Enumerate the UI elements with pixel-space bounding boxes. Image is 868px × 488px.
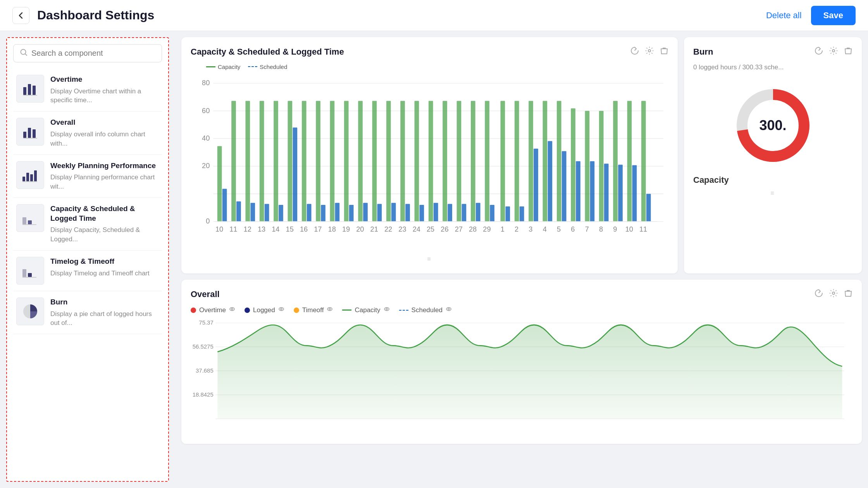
svg-text:18: 18 — [328, 225, 336, 233]
svg-point-130 — [832, 292, 835, 294]
capacity-card-header: Capacity & Scheduled & Logged Time — [191, 46, 668, 57]
burn-refresh-button[interactable] — [815, 46, 823, 57]
timelog-name: Timelog & Timeoff — [50, 257, 159, 266]
svg-rect-1 — [23, 87, 26, 95]
svg-rect-57 — [386, 101, 391, 221]
svg-rect-5 — [23, 132, 26, 138]
svg-text:17: 17 — [314, 225, 322, 233]
legend-logged-eye[interactable] — [278, 306, 284, 314]
burn-name: Burn — [50, 297, 159, 307]
sidebar-item-timelog[interactable]: Timelog & Timeoff Display Timelog and Ti… — [13, 251, 162, 291]
svg-rect-52 — [349, 205, 354, 222]
overall-card-title: Overall — [191, 289, 815, 299]
svg-text:11: 11 — [639, 225, 647, 233]
legend-scheduled-eye[interactable] — [446, 306, 452, 314]
svg-rect-65 — [443, 101, 447, 221]
burn-settings-button[interactable] — [829, 46, 838, 57]
svg-text:75.37: 75.37 — [199, 319, 213, 326]
svg-text:1: 1 — [501, 225, 505, 233]
overall-thumb — [16, 118, 44, 146]
legend-logged-label: Logged — [253, 306, 275, 314]
legend-overtime-dot — [191, 308, 196, 313]
svg-rect-49 — [330, 101, 335, 221]
save-button[interactable]: Save — [811, 6, 856, 25]
capacity-card-title: Capacity & Scheduled & Logged Time — [191, 47, 630, 57]
capacity-card-actions — [630, 46, 668, 57]
capacity-name: Capacity & Scheduled & Logged Time — [50, 204, 159, 223]
svg-rect-2 — [28, 84, 31, 95]
legend-scheduled-label: Scheduled — [412, 306, 443, 314]
svg-rect-53 — [358, 101, 363, 221]
svg-text:21: 21 — [370, 225, 378, 233]
sidebar-item-overall[interactable]: Overall Display overall info column char… — [13, 112, 162, 155]
svg-rect-60 — [405, 204, 410, 221]
svg-rect-17 — [22, 269, 26, 277]
dashboard-row-2: Overall — [181, 280, 862, 444]
svg-rect-34 — [222, 189, 227, 222]
capacity-settings-button[interactable] — [645, 46, 654, 57]
svg-text:2: 2 — [515, 225, 518, 233]
svg-rect-85 — [585, 111, 590, 222]
svg-text:20: 20 — [356, 225, 364, 233]
legend-capacity-eye[interactable] — [384, 306, 390, 314]
overtime-name: Overtime — [50, 75, 159, 84]
burn-resize-handle[interactable]: ≡ — [693, 188, 852, 198]
svg-text:14: 14 — [272, 225, 279, 233]
svg-point-133 — [279, 308, 284, 311]
svg-rect-9 — [22, 177, 25, 181]
capacity-chart-card: Capacity & Scheduled & Logged Time — [181, 37, 678, 273]
back-button[interactable] — [12, 7, 29, 24]
svg-text:13: 13 — [258, 225, 265, 233]
delete-all-button[interactable]: Delete all — [766, 10, 802, 21]
svg-rect-61 — [415, 101, 419, 221]
sidebar-item-overtime[interactable]: Overtime Display Overtime chart within a… — [13, 69, 162, 112]
svg-rect-37 — [245, 101, 250, 221]
svg-rect-16 — [22, 224, 36, 225]
svg-point-127 — [832, 50, 835, 52]
burn-delete-button[interactable] — [844, 46, 852, 57]
legend-timeoff-eye[interactable] — [327, 306, 333, 314]
svg-rect-38 — [250, 203, 255, 222]
svg-rect-86 — [590, 161, 595, 222]
svg-rect-36 — [236, 201, 241, 222]
legend-timeoff-dot — [294, 308, 299, 313]
svg-rect-68 — [462, 204, 467, 221]
overall-settings-button[interactable] — [829, 289, 838, 300]
legend-overtime-eye[interactable] — [229, 306, 235, 314]
svg-rect-12 — [34, 170, 37, 181]
dashboard-row-1: Capacity & Scheduled & Logged Time — [181, 37, 862, 273]
burn-info: Burn Display a pie chart of logged hours… — [50, 297, 159, 328]
svg-rect-7 — [33, 129, 36, 138]
capacity-section-label: Capacity — [693, 175, 852, 185]
svg-rect-94 — [646, 194, 651, 221]
burn-desc: Display a pie chart of logged hours out … — [50, 309, 159, 328]
search-input[interactable] — [31, 49, 155, 58]
overall-refresh-button[interactable] — [815, 289, 823, 300]
svg-rect-44 — [293, 127, 297, 222]
svg-rect-67 — [457, 101, 462, 221]
capacity-delete-button[interactable] — [660, 46, 668, 57]
svg-rect-64 — [434, 203, 438, 222]
svg-text:4: 4 — [543, 225, 547, 233]
svg-rect-82 — [562, 151, 567, 222]
search-box[interactable] — [13, 44, 162, 62]
svg-rect-51 — [344, 101, 349, 221]
overall-legend: Overtime Logged Timeoff — [191, 306, 852, 314]
sidebar-item-capacity[interactable]: Capacity & Scheduled & Logged Time Displ… — [13, 198, 162, 251]
overall-delete-button[interactable] — [844, 289, 852, 300]
legend-logged: Logged — [245, 306, 284, 314]
capacity-resize-handle[interactable]: ≡ — [191, 254, 668, 264]
capacity-refresh-button[interactable] — [630, 46, 639, 57]
sidebar-item-weekly[interactable]: Weekly Planning Performance Display Plan… — [13, 155, 162, 198]
svg-rect-18 — [28, 273, 32, 277]
capacity-thumb — [16, 204, 44, 232]
svg-rect-4 — [23, 95, 37, 96]
svg-rect-11 — [30, 174, 33, 181]
weekly-thumb — [16, 161, 44, 189]
svg-rect-46 — [307, 204, 312, 221]
svg-rect-69 — [471, 101, 475, 221]
svg-rect-73 — [501, 101, 505, 221]
burn-chart-card: Burn 0 logged hours / 300.33 sche... — [684, 37, 862, 273]
sidebar-item-burn[interactable]: Burn Display a pie chart of logged hours… — [13, 291, 162, 334]
svg-text:27: 27 — [455, 225, 463, 233]
